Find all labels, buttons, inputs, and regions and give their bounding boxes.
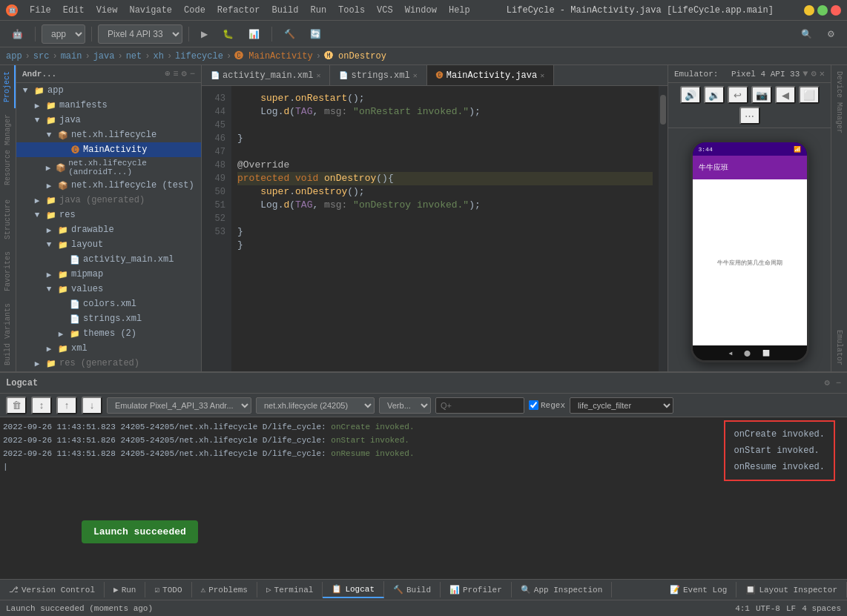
breadcrumb-ondestroy[interactable]: 🅜 onDestroy xyxy=(324,50,386,62)
maximize-button[interactable]: □ xyxy=(817,5,828,16)
menu-edit[interactable]: Edit xyxy=(57,4,90,17)
breadcrumb-mainactivity[interactable]: 🅒 MainActivity xyxy=(234,50,313,62)
emulator-side-tab[interactable]: Emulator xyxy=(832,324,846,371)
emulator-back-icon[interactable]: ◀ xyxy=(775,86,796,104)
menu-build[interactable]: Build xyxy=(266,4,304,17)
favorites-tab[interactable]: Favorites xyxy=(1,245,15,297)
filter-name-select[interactable]: life_cycle_filter xyxy=(570,397,673,414)
logcat-clear-button[interactable]: 🗑 xyxy=(6,397,27,414)
build-variants-tab[interactable]: Build Variants xyxy=(1,297,15,371)
menu-file[interactable]: File xyxy=(24,4,57,17)
menu-code[interactable]: Code xyxy=(178,4,211,17)
minimize-button[interactable]: − xyxy=(804,5,814,16)
app-selector[interactable]: app xyxy=(42,24,85,44)
toolbar-profile-button[interactable]: 📊 xyxy=(243,24,266,44)
tab-close-strings[interactable]: ✕ xyxy=(413,71,418,80)
status-tab-build[interactable]: 🔨 Build xyxy=(384,582,441,597)
device-filter-select[interactable]: Emulator Pixel_4_API_33 Andr... xyxy=(107,397,251,414)
project-collapse-icon[interactable]: ≡ xyxy=(173,69,178,79)
package-filter-select[interactable]: net.xh.lifecycle (24205) xyxy=(256,397,375,414)
breadcrumb-java[interactable]: java xyxy=(93,51,115,62)
tab-activity-main-xml[interactable]: 📄 activity_main.xml ✕ xyxy=(202,65,330,86)
emulator-power-icon[interactable]: 🔊 xyxy=(680,86,701,104)
tree-item-app[interactable]: ▼ 📁 app xyxy=(16,83,201,98)
resource-manager-tab[interactable]: Resource Manager xyxy=(1,108,15,191)
device-selector[interactable]: Pixel 4 API 33 xyxy=(98,24,182,44)
logcat-settings-icon[interactable]: ⚙ xyxy=(825,377,830,388)
emulator-settings-icon[interactable]: ⚙ xyxy=(811,68,817,79)
menu-window[interactable]: Window xyxy=(399,4,443,17)
emulator-tab-arrow[interactable]: ▼ xyxy=(802,69,808,79)
menu-run[interactable]: Run xyxy=(304,4,332,17)
emulator-volume-icon[interactable]: 🔉 xyxy=(704,86,725,104)
status-tab-logcat[interactable]: 📋 Logcat xyxy=(323,581,384,598)
emulator-screenshot-icon[interactable]: 📷 xyxy=(751,86,772,104)
logcat-up-button[interactable]: ↑ xyxy=(56,397,77,414)
emulator-close-icon[interactable]: ✕ xyxy=(820,68,825,79)
emulator-home-icon[interactable]: ⬜ xyxy=(799,86,820,104)
tree-item-net-xh-lifecycle-test[interactable]: ▶ 📦 net.xh.lifecycle (test) xyxy=(16,178,201,193)
tree-item-xml[interactable]: ▶ 📁 xml xyxy=(16,341,201,356)
toolbar-debug-button[interactable]: 🐛 xyxy=(217,24,240,44)
project-minimize-icon[interactable]: − xyxy=(190,69,195,79)
status-tab-terminal[interactable]: ▷ Terminal xyxy=(257,582,323,597)
toolbar-android-icon[interactable]: 🤖 xyxy=(6,24,29,44)
breadcrumb-app[interactable]: app xyxy=(6,51,22,62)
breadcrumb-src[interactable]: src xyxy=(33,51,50,62)
status-tab-run[interactable]: ▶ Run xyxy=(105,582,145,597)
toolbar-search-button[interactable]: 🔍 xyxy=(795,24,818,44)
logcat-down-button[interactable]: ↓ xyxy=(82,397,102,414)
menu-navigate[interactable]: Navigate xyxy=(123,4,178,17)
breadcrumb-net[interactable]: net xyxy=(126,51,142,62)
menu-view[interactable]: View xyxy=(90,4,124,17)
toolbar-sync-button[interactable]: 🔄 xyxy=(304,24,327,44)
tree-item-java[interactable]: ▼ 📁 java xyxy=(16,113,201,127)
tree-item-strings-xml[interactable]: 📄 strings.xml xyxy=(16,311,201,326)
menu-help[interactable]: Help xyxy=(443,4,476,17)
tab-close-mainactivity[interactable]: ✕ xyxy=(540,71,544,80)
emulator-rotate-icon[interactable]: ↩ xyxy=(728,86,748,104)
tab-strings-xml[interactable]: 📄 strings.xml ✕ xyxy=(330,65,426,86)
tree-item-mainactivity[interactable]: 🅒 MainActivity xyxy=(16,142,201,157)
breadcrumb-xh[interactable]: xh xyxy=(153,51,163,62)
tree-item-values[interactable]: ▼ 📁 values xyxy=(16,282,201,297)
code-content[interactable]: super.onRestart(); Log.d(TAG, msg: "onRe… xyxy=(231,86,659,371)
phone-back-nav[interactable]: ◀ xyxy=(729,350,733,357)
menu-tools[interactable]: Tools xyxy=(332,4,371,17)
emulator-more-icon[interactable]: ⋯ xyxy=(739,107,760,125)
tree-item-activity-main-xml[interactable]: 📄 activity_main.xml xyxy=(16,252,201,267)
close-button[interactable]: ✕ xyxy=(831,5,841,16)
tree-item-net-xh-lifecycle[interactable]: ▼ 📦 net.xh.lifecycle xyxy=(16,127,201,142)
level-filter-select[interactable]: Verb... xyxy=(379,397,431,414)
tab-close-xml[interactable]: ✕ xyxy=(316,71,320,80)
project-expand-icon[interactable]: ⊕ xyxy=(165,68,170,79)
logcat-minimize-icon[interactable]: − xyxy=(836,378,841,388)
status-tab-todo[interactable]: ☑ TODO xyxy=(145,582,191,597)
editor-scrollbar[interactable] xyxy=(659,86,668,371)
logcat-pause-button[interactable]: ↕ xyxy=(31,397,52,414)
tab-main-activity-java[interactable]: 🅒 MainActivity.java ✕ xyxy=(427,65,554,86)
menu-vcs[interactable]: VCS xyxy=(371,4,399,17)
breadcrumb-lifecycle[interactable]: lifecycle xyxy=(175,51,223,62)
toolbar-build-button[interactable]: 🔨 xyxy=(278,24,301,44)
tree-item-mipmap[interactable]: ▶ 📁 mipmap xyxy=(16,267,201,282)
status-tab-app-inspection[interactable]: 🔍 App Inspection xyxy=(512,582,612,597)
status-tab-event-log[interactable]: 📝 Event Log xyxy=(661,582,736,597)
project-settings-icon[interactable]: ⚙ xyxy=(182,68,187,79)
tree-item-themes[interactable]: ▶ 📁 themes (2) xyxy=(16,326,201,341)
status-tab-layout-inspector[interactable]: 🔲 Layout Inspector xyxy=(736,582,847,597)
phone-recent-nav[interactable]: ⬜ xyxy=(762,350,770,357)
tree-item-java-generated[interactable]: ▶ 📁 java (generated) xyxy=(16,193,201,208)
scrollbar-thumb[interactable] xyxy=(660,95,666,125)
status-tab-version-control[interactable]: ⎇ Version Control xyxy=(0,582,105,597)
tree-item-net-xh-lifecycle-android[interactable]: ▶ 📦 net.xh.lifecycle (androidT...) xyxy=(16,157,201,178)
tree-item-drawable[interactable]: ▶ 📁 drawable xyxy=(16,222,201,237)
device-manager-tab[interactable]: Device Manager xyxy=(832,65,846,139)
toolbar-run-button[interactable]: ▶ xyxy=(195,24,214,44)
regex-checkbox[interactable] xyxy=(529,400,538,410)
tree-item-res[interactable]: ▼ 📁 res xyxy=(16,208,201,222)
status-tab-problems[interactable]: ⚠ Problems xyxy=(192,582,257,597)
phone-home-nav[interactable]: ⬤ xyxy=(744,350,751,357)
tree-item-res-generated[interactable]: ▶ 📁 res (generated) xyxy=(16,356,201,371)
structure-tab[interactable]: Structure xyxy=(1,193,15,245)
